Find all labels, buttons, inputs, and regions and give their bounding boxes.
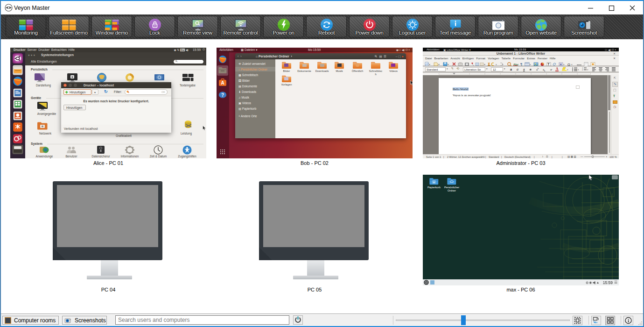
svg-text:?: ? xyxy=(221,92,224,98)
svg-text:2: 2 xyxy=(582,69,583,71)
svg-text:▾: ▾ xyxy=(448,63,449,66)
svg-text:▾: ▾ xyxy=(578,69,579,71)
svg-text:▾: ▾ xyxy=(502,63,504,66)
svg-text:ab: ab xyxy=(543,68,546,72)
svg-text:a: a xyxy=(517,67,518,71)
svg-text:⌘: ⌘ xyxy=(560,63,562,66)
svg-text:Abc: Abc xyxy=(513,63,519,66)
svg-text:▾: ▾ xyxy=(438,63,440,66)
svg-text:a̶: a̶ xyxy=(550,68,553,71)
svg-text:A: A xyxy=(556,67,559,71)
svg-text:▾: ▾ xyxy=(496,63,497,66)
svg-text:▾: ▾ xyxy=(484,63,485,66)
svg-text:a: a xyxy=(510,67,512,71)
svg-text:▾: ▾ xyxy=(571,63,573,66)
svg-text:T: T xyxy=(548,63,550,66)
svg-text:¶: ¶ xyxy=(520,62,522,66)
svg-text:A: A xyxy=(221,80,224,85)
svg-text:▾: ▾ xyxy=(530,63,531,66)
svg-text:▾: ▾ xyxy=(567,69,568,71)
svg-text:a: a xyxy=(523,67,525,71)
svg-text:ab: ab xyxy=(536,67,539,71)
svg-text:a: a xyxy=(530,67,532,71)
svg-text:▾: ▾ xyxy=(563,63,565,66)
svg-text:▾: ▾ xyxy=(429,63,430,66)
svg-text:▾: ▾ xyxy=(587,69,588,71)
